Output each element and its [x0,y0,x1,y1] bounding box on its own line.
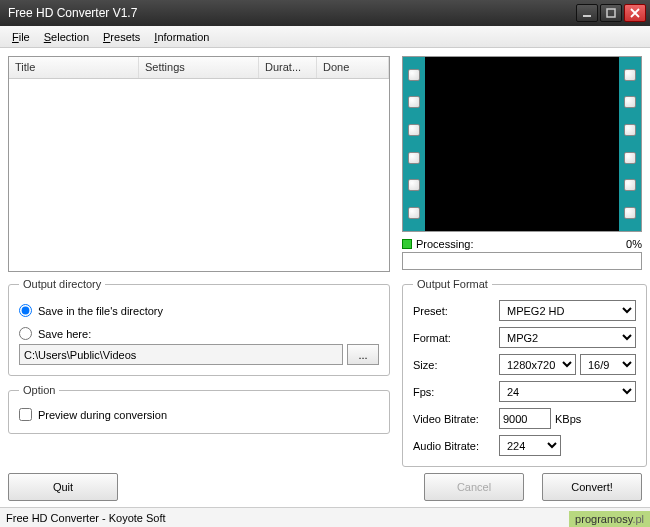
svg-rect-0 [583,15,591,17]
progress-bar [402,252,642,270]
col-duration[interactable]: Durat... [259,57,317,78]
format-select[interactable]: MPG2 [499,327,636,348]
audio-bitrate-select[interactable]: 224 [499,435,561,456]
filmstrip-right-icon [619,57,641,231]
col-settings[interactable]: Settings [139,57,259,78]
video-bitrate-label: Video Bitrate: [413,413,493,425]
radio-save-same-dir-label: Save in the file's directory [38,305,163,317]
status-text: Free HD Converter - Koyote Soft [6,512,166,524]
menu-information[interactable]: Information [148,29,215,45]
col-title[interactable]: Title [9,57,139,78]
browse-button[interactable]: ... [347,344,379,365]
output-directory-legend: Output directory [19,278,105,290]
preset-select[interactable]: MPEG2 HD [499,300,636,321]
ratio-select[interactable]: 16/9 [580,354,636,375]
preview-checkbox[interactable] [19,408,32,421]
svg-rect-1 [607,9,615,17]
processing-percent: 0% [626,238,642,250]
size-label: Size: [413,359,493,371]
window-title: Free HD Converter V1.7 [8,6,576,20]
audio-bitrate-label: Audio Bitrate: [413,440,493,452]
output-directory-group: Output directory Save in the file's dire… [8,278,390,376]
radio-save-same-dir[interactable] [19,304,32,317]
video-bitrate-unit: KBps [555,413,581,425]
file-list[interactable]: Title Settings Durat... Done [8,56,390,272]
fps-select[interactable]: 24 [499,381,636,402]
quit-button[interactable]: Quit [8,473,118,501]
maximize-button[interactable] [600,4,622,22]
option-group: Option Preview during conversion [8,384,390,434]
processing-led-icon [402,239,412,249]
radio-save-here[interactable] [19,327,32,340]
menu-presets[interactable]: Presets [97,29,146,45]
preview-checkbox-label: Preview during conversion [38,409,167,421]
menu-file[interactable]: File [6,29,36,45]
col-done[interactable]: Done [317,57,389,78]
size-select[interactable]: 1280x720 [499,354,576,375]
convert-button[interactable]: Convert! [542,473,642,501]
output-path-input[interactable] [19,344,343,365]
cancel-button[interactable]: Cancel [424,473,524,501]
preset-label: Preset: [413,305,493,317]
output-format-legend: Output Format [413,278,492,290]
processing-label: Processing: [416,238,473,250]
menubar: File Selection Presets Information [0,26,650,48]
close-button[interactable] [624,4,646,22]
titlebar: Free HD Converter V1.7 [0,0,650,26]
status-bar: Free HD Converter - Koyote Soft [0,507,650,527]
minimize-button[interactable] [576,4,598,22]
output-format-group: Output Format Preset: MPEG2 HD Format: M… [402,278,647,467]
option-legend: Option [19,384,59,396]
file-list-header: Title Settings Durat... Done [9,57,389,79]
filmstrip-left-icon [403,57,425,231]
fps-label: Fps: [413,386,493,398]
watermark: programosy.pl [569,511,650,527]
video-bitrate-input[interactable] [499,408,551,429]
radio-save-here-label: Save here: [38,328,91,340]
menu-selection[interactable]: Selection [38,29,95,45]
video-preview [402,56,642,232]
format-label: Format: [413,332,493,344]
